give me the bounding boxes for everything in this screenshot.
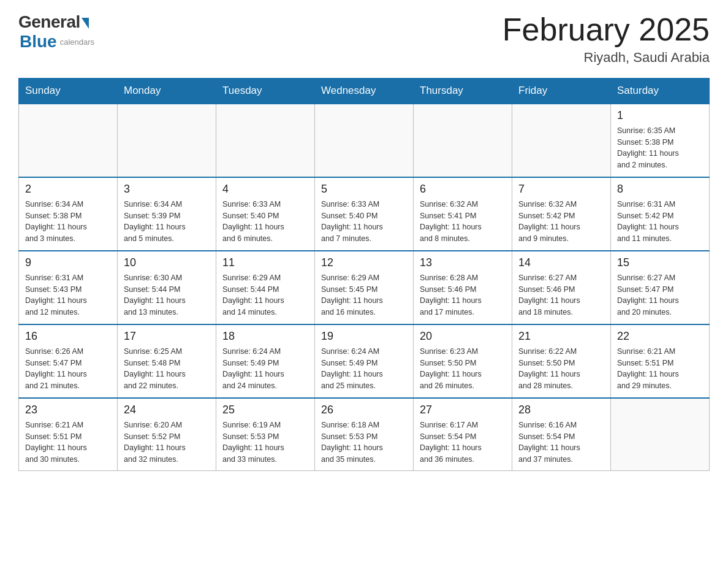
day-info: Sunrise: 6:21 AM Sunset: 5:51 PM Dayligh… (617, 346, 703, 392)
calendar-cell: 19Sunrise: 6:24 AM Sunset: 5:49 PM Dayli… (315, 324, 414, 398)
day-number: 17 (124, 330, 210, 343)
calendar-cell: 26Sunrise: 6:18 AM Sunset: 5:53 PM Dayli… (315, 398, 414, 470)
logo-blue-text: Blue (20, 32, 57, 52)
calendar-header-wednesday: Wednesday (315, 79, 414, 104)
calendar-cell: 24Sunrise: 6:20 AM Sunset: 5:52 PM Dayli… (118, 398, 216, 470)
location-text: Riyadh, Saudi Arabia (502, 50, 710, 66)
calendar-header-tuesday: Tuesday (216, 79, 315, 104)
calendar-cell (118, 104, 216, 177)
day-number: 20 (420, 330, 506, 343)
day-info: Sunrise: 6:19 AM Sunset: 5:53 PM Dayligh… (222, 419, 308, 465)
calendar-table: SundayMondayTuesdayWednesdayThursdayFrid… (18, 78, 710, 471)
logo: General Blue calendars (18, 12, 94, 52)
calendar-cell: 16Sunrise: 6:26 AM Sunset: 5:47 PM Dayli… (19, 324, 118, 398)
month-title: February 2025 (502, 12, 710, 47)
calendar-cell: 9Sunrise: 6:31 AM Sunset: 5:43 PM Daylig… (19, 251, 118, 324)
day-info: Sunrise: 6:18 AM Sunset: 5:53 PM Dayligh… (321, 419, 407, 465)
calendar-cell: 22Sunrise: 6:21 AM Sunset: 5:51 PM Dayli… (611, 324, 710, 398)
calendar-week-row-1: 1Sunrise: 6:35 AM Sunset: 5:38 PM Daylig… (19, 104, 710, 177)
title-block: February 2025 Riyadh, Saudi Arabia (502, 12, 710, 66)
day-number: 9 (25, 256, 111, 270)
day-info: Sunrise: 6:29 AM Sunset: 5:45 PM Dayligh… (321, 272, 407, 318)
calendar-week-row-5: 23Sunrise: 6:21 AM Sunset: 5:51 PM Dayli… (19, 398, 710, 470)
calendar-cell: 2Sunrise: 6:34 AM Sunset: 5:38 PM Daylig… (19, 177, 118, 251)
day-number: 12 (321, 256, 407, 270)
calendar-cell (414, 104, 512, 177)
day-number: 13 (420, 256, 506, 270)
day-info: Sunrise: 6:32 AM Sunset: 5:41 PM Dayligh… (420, 199, 506, 245)
day-number: 3 (124, 183, 210, 196)
calendar-cell: 18Sunrise: 6:24 AM Sunset: 5:49 PM Dayli… (216, 324, 315, 398)
day-info: Sunrise: 6:22 AM Sunset: 5:50 PM Dayligh… (518, 346, 604, 392)
day-number: 18 (222, 330, 308, 343)
day-info: Sunrise: 6:28 AM Sunset: 5:46 PM Dayligh… (420, 272, 506, 318)
day-number: 2 (25, 183, 111, 196)
logo-arrow-icon (82, 18, 89, 29)
day-info: Sunrise: 6:27 AM Sunset: 5:46 PM Dayligh… (518, 272, 604, 318)
calendar-header-friday: Friday (512, 79, 611, 104)
day-number: 16 (25, 330, 111, 343)
day-number: 25 (222, 404, 308, 417)
calendar-cell: 5Sunrise: 6:33 AM Sunset: 5:40 PM Daylig… (315, 177, 414, 251)
calendar-cell: 4Sunrise: 6:33 AM Sunset: 5:40 PM Daylig… (216, 177, 315, 251)
day-number: 27 (420, 404, 506, 417)
day-info: Sunrise: 6:32 AM Sunset: 5:42 PM Dayligh… (518, 199, 604, 245)
day-number: 26 (321, 404, 407, 417)
day-info: Sunrise: 6:26 AM Sunset: 5:47 PM Dayligh… (25, 346, 111, 392)
calendar-week-row-3: 9Sunrise: 6:31 AM Sunset: 5:43 PM Daylig… (19, 251, 710, 324)
day-info: Sunrise: 6:24 AM Sunset: 5:49 PM Dayligh… (321, 346, 407, 392)
day-info: Sunrise: 6:31 AM Sunset: 5:42 PM Dayligh… (617, 199, 703, 245)
calendar-header-monday: Monday (118, 79, 216, 104)
day-info: Sunrise: 6:34 AM Sunset: 5:38 PM Dayligh… (25, 199, 111, 245)
calendar-cell: 6Sunrise: 6:32 AM Sunset: 5:41 PM Daylig… (414, 177, 512, 251)
logo-general-text: General (18, 12, 80, 32)
day-info: Sunrise: 6:31 AM Sunset: 5:43 PM Dayligh… (25, 272, 111, 318)
day-number: 23 (25, 404, 111, 417)
day-number: 7 (518, 183, 604, 196)
calendar-week-row-4: 16Sunrise: 6:26 AM Sunset: 5:47 PM Dayli… (19, 324, 710, 398)
calendar-cell (512, 104, 611, 177)
day-info: Sunrise: 6:30 AM Sunset: 5:44 PM Dayligh… (124, 272, 210, 318)
day-number: 8 (617, 183, 703, 196)
calendar-header-sunday: Sunday (19, 79, 118, 104)
day-number: 28 (518, 404, 604, 417)
calendar-header-thursday: Thursday (414, 79, 512, 104)
day-number: 4 (222, 183, 308, 196)
calendar-cell: 28Sunrise: 6:16 AM Sunset: 5:54 PM Dayli… (512, 398, 611, 470)
calendar-cell (315, 104, 414, 177)
day-info: Sunrise: 6:25 AM Sunset: 5:48 PM Dayligh… (124, 346, 210, 392)
calendar-cell: 10Sunrise: 6:30 AM Sunset: 5:44 PM Dayli… (118, 251, 216, 324)
calendar-cell: 12Sunrise: 6:29 AM Sunset: 5:45 PM Dayli… (315, 251, 414, 324)
calendar-cell: 7Sunrise: 6:32 AM Sunset: 5:42 PM Daylig… (512, 177, 611, 251)
calendar-cell: 17Sunrise: 6:25 AM Sunset: 5:48 PM Dayli… (118, 324, 216, 398)
day-info: Sunrise: 6:34 AM Sunset: 5:39 PM Dayligh… (124, 199, 210, 245)
calendar-cell: 1Sunrise: 6:35 AM Sunset: 5:38 PM Daylig… (611, 104, 710, 177)
calendar-cell (19, 104, 118, 177)
calendar-cell: 3Sunrise: 6:34 AM Sunset: 5:39 PM Daylig… (118, 177, 216, 251)
day-info: Sunrise: 6:33 AM Sunset: 5:40 PM Dayligh… (222, 199, 308, 245)
calendar-cell: 23Sunrise: 6:21 AM Sunset: 5:51 PM Dayli… (19, 398, 118, 470)
day-number: 10 (124, 256, 210, 270)
day-info: Sunrise: 6:35 AM Sunset: 5:38 PM Dayligh… (617, 125, 703, 171)
day-number: 11 (222, 256, 308, 270)
day-info: Sunrise: 6:27 AM Sunset: 5:47 PM Dayligh… (617, 272, 703, 318)
calendar-cell: 8Sunrise: 6:31 AM Sunset: 5:42 PM Daylig… (611, 177, 710, 251)
day-info: Sunrise: 6:20 AM Sunset: 5:52 PM Dayligh… (124, 419, 210, 465)
day-info: Sunrise: 6:24 AM Sunset: 5:49 PM Dayligh… (222, 346, 308, 392)
calendar-cell: 14Sunrise: 6:27 AM Sunset: 5:46 PM Dayli… (512, 251, 611, 324)
day-number: 15 (617, 256, 703, 270)
page-header: General Blue calendars February 2025 Riy… (18, 12, 710, 66)
day-number: 24 (124, 404, 210, 417)
day-number: 22 (617, 330, 703, 343)
calendar-header-row: SundayMondayTuesdayWednesdayThursdayFrid… (19, 79, 710, 104)
calendar-cell: 13Sunrise: 6:28 AM Sunset: 5:46 PM Dayli… (414, 251, 512, 324)
day-info: Sunrise: 6:23 AM Sunset: 5:50 PM Dayligh… (420, 346, 506, 392)
calendar-week-row-2: 2Sunrise: 6:34 AM Sunset: 5:38 PM Daylig… (19, 177, 710, 251)
calendar-cell (216, 104, 315, 177)
day-number: 6 (420, 183, 506, 196)
calendar-cell: 21Sunrise: 6:22 AM Sunset: 5:50 PM Dayli… (512, 324, 611, 398)
day-info: Sunrise: 6:16 AM Sunset: 5:54 PM Dayligh… (518, 419, 604, 465)
day-info: Sunrise: 6:21 AM Sunset: 5:51 PM Dayligh… (25, 419, 111, 465)
calendar-cell: 11Sunrise: 6:29 AM Sunset: 5:44 PM Dayli… (216, 251, 315, 324)
day-number: 21 (518, 330, 604, 343)
